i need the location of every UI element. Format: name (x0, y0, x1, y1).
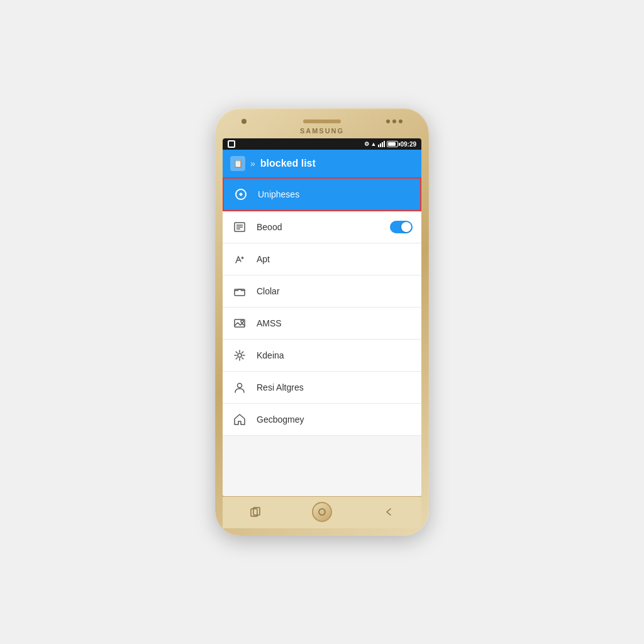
menu-list: Unipheses Beood (223, 177, 421, 496)
menu-item-amss[interactable]: AMSS (223, 308, 421, 340)
menu-icon-unipheses (233, 186, 249, 203)
status-right: ⚙ ▲ 09:29 (364, 141, 417, 148)
notification-home-icon (228, 140, 235, 148)
wifi-status-icon: ▲ (371, 141, 377, 147)
menu-icon-clolar (231, 283, 248, 299)
menu-label-resi-altgres: Resi Altgres (257, 382, 413, 392)
beood-toggle[interactable] (390, 221, 413, 233)
menu-label-amss: AMSS (257, 318, 413, 328)
app-bar-title: blocked list (260, 158, 316, 169)
status-bar: ⚙ ▲ 09:29 (223, 138, 421, 150)
menu-item-kdeina[interactable]: Kdeina (223, 340, 421, 372)
menu-label-beood: Beood (257, 222, 390, 232)
menu-label-kdeina: Kdeina (257, 350, 413, 360)
phone-device: SAMSUNG ⚙ ▲ (215, 108, 429, 536)
battery-icon (387, 141, 398, 147)
sensor-dot-2 (392, 119, 396, 123)
status-left (228, 140, 235, 148)
menu-item-gecbogmey[interactable]: Gecbogmey (223, 404, 421, 436)
menu-item-unipheses[interactable]: Unipheses (223, 177, 421, 211)
menu-icon-gecbogmey (231, 411, 248, 428)
menu-label-apt: Apt (257, 254, 413, 264)
menu-icon-resi-altgres (231, 379, 248, 396)
front-camera (242, 119, 247, 124)
phone-screen: ⚙ ▲ 09:29 (223, 138, 421, 496)
speaker-grille (303, 119, 341, 123)
menu-icon-amss (231, 315, 248, 331)
phone-top-hardware (223, 116, 421, 126)
svg-point-7 (241, 320, 243, 323)
menu-item-resi-altgres[interactable]: Resi Altgres (223, 372, 421, 404)
menu-label-gecbogmey: Gecbogmey (257, 414, 413, 425)
svg-point-12 (319, 509, 325, 515)
app-bar[interactable]: 📋 » blocked list (223, 150, 421, 177)
menu-icon-beood (231, 219, 248, 235)
signal-icon (378, 141, 385, 147)
app-bar-icon: 📋 (230, 156, 245, 171)
sensor-dot-1 (386, 119, 390, 123)
toggle-knob (401, 222, 411, 232)
menu-icon-kdeina (231, 347, 248, 364)
menu-label-unipheses: Unipheses (258, 189, 411, 199)
settings-status-icon: ⚙ (364, 141, 369, 147)
menu-label-clolar: Clolar (257, 286, 413, 296)
menu-item-apt[interactable]: Apt (223, 243, 421, 275)
brand-label: SAMSUNG (300, 126, 344, 138)
menu-item-clolar[interactable]: Clolar (223, 275, 421, 308)
menu-icon-apt (231, 251, 248, 267)
clipboard-icon: 📋 (233, 159, 243, 168)
sensor-dot-3 (399, 119, 402, 123)
phone-nav-bar (223, 496, 421, 528)
menu-item-beood[interactable]: Beood (223, 211, 421, 243)
status-time: 09:29 (400, 141, 416, 148)
svg-point-8 (238, 353, 242, 357)
svg-point-9 (238, 384, 242, 388)
breadcrumb-chevrons: » (250, 158, 255, 169)
nav-recent-button[interactable] (246, 502, 265, 521)
nav-home-button[interactable] (312, 502, 332, 522)
sensors-area (386, 119, 402, 123)
nav-back-button[interactable] (379, 502, 398, 521)
